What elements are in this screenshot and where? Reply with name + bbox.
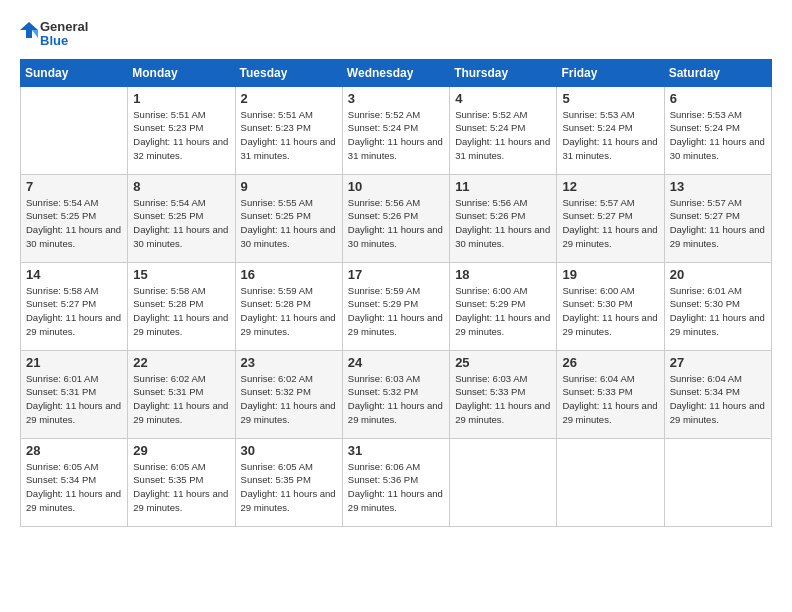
day-number: 23	[241, 355, 337, 370]
week-row-1: 1 Sunrise: 5:51 AMSunset: 5:23 PMDayligh…	[21, 86, 772, 174]
day-info: Sunrise: 5:54 AMSunset: 5:25 PMDaylight:…	[26, 196, 122, 251]
day-info: Sunrise: 6:05 AMSunset: 5:35 PMDaylight:…	[241, 460, 337, 515]
page-header: General Blue	[20, 20, 772, 49]
day-number: 3	[348, 91, 444, 106]
svg-marker-1	[32, 30, 38, 38]
calendar-table: SundayMondayTuesdayWednesdayThursdayFrid…	[20, 59, 772, 527]
calendar-cell: 18 Sunrise: 6:00 AMSunset: 5:29 PMDaylig…	[450, 262, 557, 350]
calendar-cell: 8 Sunrise: 5:54 AMSunset: 5:25 PMDayligh…	[128, 174, 235, 262]
day-info: Sunrise: 5:51 AMSunset: 5:23 PMDaylight:…	[133, 108, 229, 163]
header-thursday: Thursday	[450, 59, 557, 86]
day-number: 5	[562, 91, 658, 106]
day-number: 15	[133, 267, 229, 282]
calendar-cell: 30 Sunrise: 6:05 AMSunset: 5:35 PMDaylig…	[235, 438, 342, 526]
week-row-4: 21 Sunrise: 6:01 AMSunset: 5:31 PMDaylig…	[21, 350, 772, 438]
day-info: Sunrise: 5:52 AMSunset: 5:24 PMDaylight:…	[455, 108, 551, 163]
week-row-2: 7 Sunrise: 5:54 AMSunset: 5:25 PMDayligh…	[21, 174, 772, 262]
day-number: 14	[26, 267, 122, 282]
day-number: 1	[133, 91, 229, 106]
calendar-cell: 22 Sunrise: 6:02 AMSunset: 5:31 PMDaylig…	[128, 350, 235, 438]
calendar-cell: 4 Sunrise: 5:52 AMSunset: 5:24 PMDayligh…	[450, 86, 557, 174]
day-number: 18	[455, 267, 551, 282]
header-monday: Monday	[128, 59, 235, 86]
day-info: Sunrise: 5:57 AMSunset: 5:27 PMDaylight:…	[670, 196, 766, 251]
day-info: Sunrise: 5:56 AMSunset: 5:26 PMDaylight:…	[455, 196, 551, 251]
day-info: Sunrise: 6:03 AMSunset: 5:33 PMDaylight:…	[455, 372, 551, 427]
logo-container: General Blue	[20, 20, 88, 49]
header-sunday: Sunday	[21, 59, 128, 86]
day-number: 7	[26, 179, 122, 194]
day-info: Sunrise: 6:02 AMSunset: 5:32 PMDaylight:…	[241, 372, 337, 427]
calendar-cell: 27 Sunrise: 6:04 AMSunset: 5:34 PMDaylig…	[664, 350, 771, 438]
day-info: Sunrise: 6:04 AMSunset: 5:33 PMDaylight:…	[562, 372, 658, 427]
day-number: 28	[26, 443, 122, 458]
calendar-cell: 9 Sunrise: 5:55 AMSunset: 5:25 PMDayligh…	[235, 174, 342, 262]
logo-bird-icon	[20, 20, 38, 48]
day-info: Sunrise: 6:01 AMSunset: 5:30 PMDaylight:…	[670, 284, 766, 339]
day-info: Sunrise: 6:00 AMSunset: 5:30 PMDaylight:…	[562, 284, 658, 339]
calendar-cell	[557, 438, 664, 526]
day-info: Sunrise: 5:55 AMSunset: 5:25 PMDaylight:…	[241, 196, 337, 251]
day-number: 11	[455, 179, 551, 194]
calendar-cell	[450, 438, 557, 526]
calendar-cell: 21 Sunrise: 6:01 AMSunset: 5:31 PMDaylig…	[21, 350, 128, 438]
calendar-cell: 6 Sunrise: 5:53 AMSunset: 5:24 PMDayligh…	[664, 86, 771, 174]
day-number: 30	[241, 443, 337, 458]
day-number: 9	[241, 179, 337, 194]
day-number: 22	[133, 355, 229, 370]
day-number: 27	[670, 355, 766, 370]
day-info: Sunrise: 6:04 AMSunset: 5:34 PMDaylight:…	[670, 372, 766, 427]
day-info: Sunrise: 5:53 AMSunset: 5:24 PMDaylight:…	[670, 108, 766, 163]
day-info: Sunrise: 6:06 AMSunset: 5:36 PMDaylight:…	[348, 460, 444, 515]
day-number: 2	[241, 91, 337, 106]
calendar-cell: 15 Sunrise: 5:58 AMSunset: 5:28 PMDaylig…	[128, 262, 235, 350]
day-info: Sunrise: 6:02 AMSunset: 5:31 PMDaylight:…	[133, 372, 229, 427]
calendar-cell: 20 Sunrise: 6:01 AMSunset: 5:30 PMDaylig…	[664, 262, 771, 350]
calendar-cell: 17 Sunrise: 5:59 AMSunset: 5:29 PMDaylig…	[342, 262, 449, 350]
day-info: Sunrise: 5:56 AMSunset: 5:26 PMDaylight:…	[348, 196, 444, 251]
calendar-cell: 16 Sunrise: 5:59 AMSunset: 5:28 PMDaylig…	[235, 262, 342, 350]
header-friday: Friday	[557, 59, 664, 86]
day-number: 24	[348, 355, 444, 370]
day-info: Sunrise: 5:54 AMSunset: 5:25 PMDaylight:…	[133, 196, 229, 251]
calendar-cell: 25 Sunrise: 6:03 AMSunset: 5:33 PMDaylig…	[450, 350, 557, 438]
calendar-cell: 13 Sunrise: 5:57 AMSunset: 5:27 PMDaylig…	[664, 174, 771, 262]
day-info: Sunrise: 5:58 AMSunset: 5:27 PMDaylight:…	[26, 284, 122, 339]
day-number: 17	[348, 267, 444, 282]
logo: General Blue	[20, 20, 88, 49]
week-row-5: 28 Sunrise: 6:05 AMSunset: 5:34 PMDaylig…	[21, 438, 772, 526]
day-number: 20	[670, 267, 766, 282]
day-info: Sunrise: 5:58 AMSunset: 5:28 PMDaylight:…	[133, 284, 229, 339]
day-info: Sunrise: 5:51 AMSunset: 5:23 PMDaylight:…	[241, 108, 337, 163]
calendar-cell: 12 Sunrise: 5:57 AMSunset: 5:27 PMDaylig…	[557, 174, 664, 262]
calendar-cell: 3 Sunrise: 5:52 AMSunset: 5:24 PMDayligh…	[342, 86, 449, 174]
day-number: 4	[455, 91, 551, 106]
calendar-cell: 7 Sunrise: 5:54 AMSunset: 5:25 PMDayligh…	[21, 174, 128, 262]
day-info: Sunrise: 6:05 AMSunset: 5:35 PMDaylight:…	[133, 460, 229, 515]
header-tuesday: Tuesday	[235, 59, 342, 86]
day-info: Sunrise: 5:59 AMSunset: 5:28 PMDaylight:…	[241, 284, 337, 339]
day-number: 13	[670, 179, 766, 194]
calendar-cell: 29 Sunrise: 6:05 AMSunset: 5:35 PMDaylig…	[128, 438, 235, 526]
calendar-cell: 31 Sunrise: 6:06 AMSunset: 5:36 PMDaylig…	[342, 438, 449, 526]
day-info: Sunrise: 6:01 AMSunset: 5:31 PMDaylight:…	[26, 372, 122, 427]
calendar-cell	[664, 438, 771, 526]
calendar-cell: 1 Sunrise: 5:51 AMSunset: 5:23 PMDayligh…	[128, 86, 235, 174]
calendar-cell: 5 Sunrise: 5:53 AMSunset: 5:24 PMDayligh…	[557, 86, 664, 174]
header-saturday: Saturday	[664, 59, 771, 86]
calendar-cell: 11 Sunrise: 5:56 AMSunset: 5:26 PMDaylig…	[450, 174, 557, 262]
calendar-cell: 19 Sunrise: 6:00 AMSunset: 5:30 PMDaylig…	[557, 262, 664, 350]
day-number: 6	[670, 91, 766, 106]
calendar-cell: 10 Sunrise: 5:56 AMSunset: 5:26 PMDaylig…	[342, 174, 449, 262]
day-number: 19	[562, 267, 658, 282]
day-info: Sunrise: 6:00 AMSunset: 5:29 PMDaylight:…	[455, 284, 551, 339]
day-number: 25	[455, 355, 551, 370]
day-number: 31	[348, 443, 444, 458]
week-row-3: 14 Sunrise: 5:58 AMSunset: 5:27 PMDaylig…	[21, 262, 772, 350]
calendar-cell: 24 Sunrise: 6:03 AMSunset: 5:32 PMDaylig…	[342, 350, 449, 438]
day-number: 16	[241, 267, 337, 282]
logo-text: General Blue	[40, 20, 88, 49]
day-info: Sunrise: 6:03 AMSunset: 5:32 PMDaylight:…	[348, 372, 444, 427]
calendar-cell	[21, 86, 128, 174]
calendar-cell: 14 Sunrise: 5:58 AMSunset: 5:27 PMDaylig…	[21, 262, 128, 350]
